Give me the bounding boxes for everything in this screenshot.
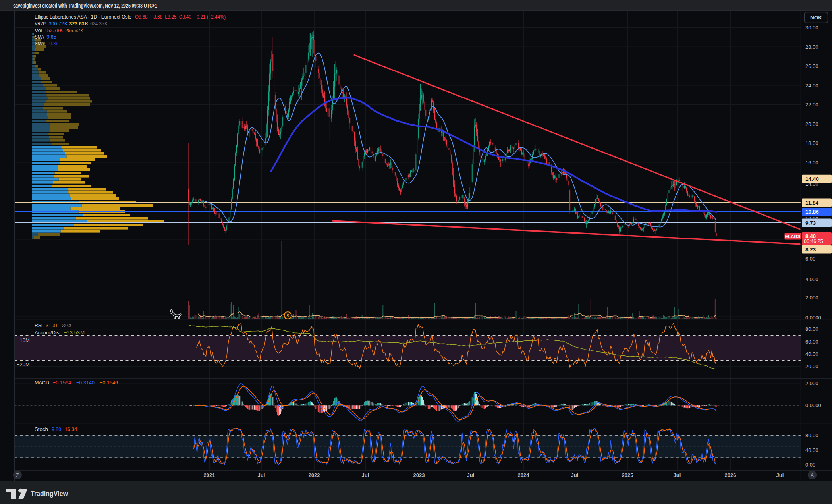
svg-text:300.72 K: 300.72 K xyxy=(49,21,68,27)
svg-text:20.00: 20.00 xyxy=(805,121,818,127)
svg-text:Ø Ø: Ø Ø xyxy=(62,322,71,328)
svg-text:Jul: Jul xyxy=(258,472,265,478)
svg-text:256.62 K: 256.62 K xyxy=(65,27,84,33)
svg-text:2023: 2023 xyxy=(413,472,425,478)
svg-text:8.40: 8.40 xyxy=(805,233,816,239)
svg-text:8.23: 8.23 xyxy=(805,247,816,253)
svg-text:VRVP: VRVP xyxy=(35,21,46,27)
svg-text:28.00: 28.00 xyxy=(805,44,818,50)
svg-text:40.00: 40.00 xyxy=(805,447,818,453)
svg-text:0.0000: 0.0000 xyxy=(805,402,821,408)
svg-text:2.000: 2.000 xyxy=(805,380,818,386)
svg-text:18.00: 18.00 xyxy=(805,140,818,146)
svg-text:0.00: 0.00 xyxy=(805,462,815,468)
svg-text:9.65: 9.65 xyxy=(47,34,56,40)
svg-text:2025: 2025 xyxy=(622,472,633,478)
svg-text:−0.1594: −0.1594 xyxy=(53,380,71,386)
svg-text:RSI: RSI xyxy=(35,322,42,328)
svg-text:16.34: 16.34 xyxy=(65,426,77,432)
svg-text:31.31: 31.31 xyxy=(46,322,58,328)
svg-text:Jul: Jul xyxy=(362,472,369,478)
svg-text:−23.53 M: −23.53 M xyxy=(64,330,85,336)
svg-text:TradingView: TradingView xyxy=(31,490,68,498)
svg-text:60.00: 60.00 xyxy=(805,339,818,345)
svg-text:2024: 2024 xyxy=(518,472,530,478)
svg-text:24.00: 24.00 xyxy=(805,83,818,89)
svg-text:−0.1546: −0.1546 xyxy=(100,380,118,386)
svg-text:2026: 2026 xyxy=(725,472,736,478)
svg-text:SMA: SMA xyxy=(35,41,44,46)
svg-text:9.73: 9.73 xyxy=(805,220,816,226)
svg-text:20.00: 20.00 xyxy=(805,363,818,369)
svg-text:2022: 2022 xyxy=(309,472,320,478)
svg-text:ELABS: ELABS xyxy=(785,234,801,239)
svg-text:Stoch: Stoch xyxy=(35,426,48,432)
svg-text:6.00: 6.00 xyxy=(805,256,815,262)
svg-text:savepiginvest created with Tra: savepiginvest created with TradingView.c… xyxy=(13,2,157,9)
svg-text:0.0000: 0.0000 xyxy=(805,315,821,321)
svg-text:22.00: 22.00 xyxy=(805,102,818,108)
svg-text:SMA: SMA xyxy=(35,34,44,40)
svg-text:Accum/Dist: Accum/Dist xyxy=(35,330,61,336)
svg-text:Jul: Jul xyxy=(467,472,475,478)
svg-text:26.00: 26.00 xyxy=(805,63,818,69)
svg-text:A: A xyxy=(811,473,814,478)
svg-text:−0.3140: −0.3140 xyxy=(76,380,95,386)
svg-text:11.84: 11.84 xyxy=(805,200,819,206)
svg-text:14.40: 14.40 xyxy=(805,176,819,182)
svg-text:80.00: 80.00 xyxy=(805,326,818,332)
svg-text:S: S xyxy=(286,313,289,319)
svg-text:Z: Z xyxy=(16,473,19,478)
svg-text:2.000: 2.000 xyxy=(805,295,818,301)
svg-text:624.35 K: 624.35 K xyxy=(90,21,108,27)
svg-text:Jul: Jul xyxy=(571,472,579,478)
svg-text:9.80: 9.80 xyxy=(52,426,61,432)
svg-text:10.86: 10.86 xyxy=(805,209,819,215)
svg-text:2021: 2021 xyxy=(204,472,215,478)
svg-text:Jul: Jul xyxy=(674,472,681,478)
svg-text:152.78 K: 152.78 K xyxy=(44,27,63,33)
svg-text:O8.68 H8.68 L8.25 C8.40 −0: O8.68 H8.68 L8.25 C8.40 −0.21 (−2.44%) xyxy=(135,14,226,20)
svg-text:16.00: 16.00 xyxy=(805,160,818,166)
svg-text:NOK: NOK xyxy=(810,15,822,21)
svg-text:40.00: 40.00 xyxy=(805,351,818,357)
svg-text:−20M: −20M xyxy=(17,361,30,367)
svg-text:30.00: 30.00 xyxy=(805,25,818,31)
svg-text:06:46:25: 06:46:25 xyxy=(804,239,823,244)
svg-text:4.000: 4.000 xyxy=(805,276,818,282)
svg-text:Elliptic Laboratories ASA · 1D: Elliptic Laboratories ASA · 1D · Euronex… xyxy=(35,14,131,20)
svg-text:10.86: 10.86 xyxy=(47,41,59,46)
svg-text:80.00: 80.00 xyxy=(805,433,818,438)
svg-text:Jul: Jul xyxy=(776,472,784,478)
svg-text:323.63 K: 323.63 K xyxy=(69,21,89,27)
svg-text:MACD: MACD xyxy=(35,380,49,386)
svg-text:Vol: Vol xyxy=(35,27,42,33)
svg-text:−10M: −10M xyxy=(17,337,30,343)
